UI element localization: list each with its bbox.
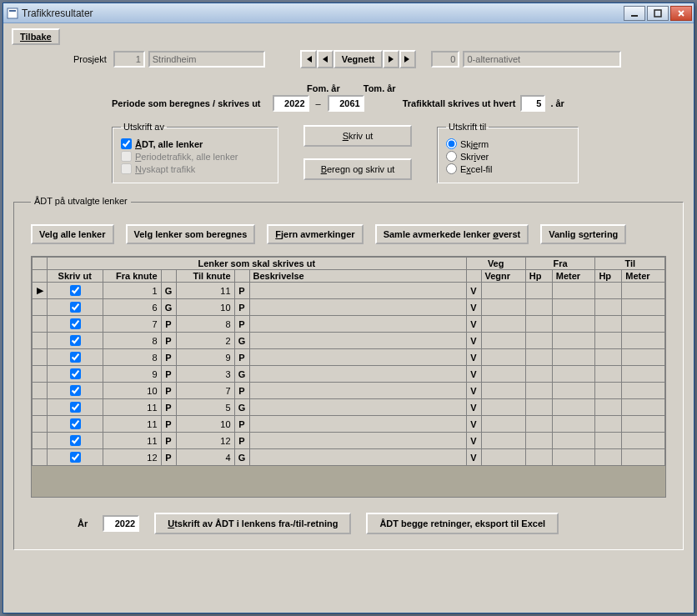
svg-rect-2 — [631, 15, 638, 17]
gather-top-button[interactable]: Samle avmerkede lenker øverst — [375, 224, 529, 244]
select-calc-button[interactable]: Velg lenker som beregnes — [126, 224, 256, 244]
links-grid[interactable]: Lenker som skal skrives ut Veg Fra Til S… — [31, 256, 666, 498]
row-checkbox[interactable] — [70, 285, 81, 296]
table-row[interactable]: ▶1G11PV — [33, 283, 665, 299]
from-year-input[interactable] — [273, 95, 309, 112]
print-to-legend: Utskrift til — [446, 122, 489, 132]
table-row[interactable]: 8P9PV — [33, 349, 665, 366]
grid-group-veg: Veg — [466, 258, 525, 270]
print-of-group: Utskrift av ÅDT, alle lenker Periodetraf… — [112, 122, 278, 183]
col-hp2: Hp — [595, 270, 622, 283]
print-of-adt[interactable]: ÅDT, alle lenker — [121, 138, 269, 149]
every-label-post: . år — [550, 98, 564, 108]
svg-rect-0 — [8, 8, 18, 18]
project-id — [113, 51, 145, 68]
svg-rect-3 — [654, 10, 661, 17]
select-all-button[interactable]: Velg alle lenker — [31, 224, 114, 244]
row-checkbox[interactable] — [70, 335, 81, 346]
print-fra-til-button[interactable]: Utskrift av ÅDT i lenkens fra-/til-retni… — [154, 513, 351, 534]
table-row[interactable]: 11P5GV — [33, 399, 665, 416]
table-row[interactable]: 11P12PV — [33, 433, 665, 449]
print-to-screen[interactable]: Skjerm — [446, 138, 569, 149]
table-row[interactable]: 10P7PV — [33, 383, 665, 399]
table-row[interactable]: 11P10PV — [33, 416, 665, 433]
print-to-excel-radio[interactable] — [446, 163, 457, 174]
nav-label: Vegnett — [333, 50, 384, 68]
print-button[interactable]: Skriv ut — [303, 125, 412, 147]
back-button[interactable]: Tilbake — [12, 28, 60, 45]
nav-prev-button[interactable] — [317, 50, 333, 68]
project-label: Prosjekt — [73, 54, 107, 64]
col-hp1: Hp — [525, 270, 552, 283]
row-checkbox[interactable] — [70, 452, 81, 463]
minimize-button[interactable] — [624, 6, 645, 21]
row-checkbox[interactable] — [70, 418, 81, 429]
every-input[interactable] — [520, 95, 545, 112]
print-to-printer[interactable]: Skriver — [446, 151, 569, 162]
row-checkbox[interactable] — [70, 385, 81, 396]
window-title: Trafikkresultater — [22, 8, 624, 19]
row-checkbox[interactable] — [70, 435, 81, 446]
grid-group-left: Lenker som skal skrives ut — [48, 258, 467, 270]
col-fra: Fra knute — [103, 270, 161, 283]
year-input[interactable] — [103, 515, 139, 532]
print-of-period-checkbox — [121, 151, 132, 162]
alt-id — [431, 51, 459, 68]
row-checkbox[interactable] — [70, 352, 81, 363]
table-row[interactable]: 12P4GV — [33, 449, 665, 466]
print-to-excel[interactable]: Excel-fil — [446, 163, 569, 174]
close-button[interactable] — [670, 6, 692, 21]
every-label-pre: Trafikktall skrives ut hvert — [403, 98, 516, 108]
app-icon — [7, 8, 18, 19]
row-checkbox[interactable] — [70, 402, 81, 413]
table-row[interactable]: 9P3GV — [33, 366, 665, 383]
selection-legend: ÅDT på utvalgte lenker — [31, 196, 131, 206]
col-meter1: Meter — [552, 270, 595, 283]
sort-button[interactable]: Vanlig sortering — [540, 224, 626, 244]
period-dash: – — [316, 98, 321, 108]
grid-group-fra: Fra — [525, 258, 595, 270]
to-year-label: Tom. år — [364, 83, 396, 93]
titlebar: Trafikkresultater — [3, 3, 694, 23]
col-besk: Beskrivelse — [249, 270, 466, 283]
print-of-new-checkbox — [121, 163, 132, 174]
maximize-button[interactable] — [647, 6, 669, 21]
table-row[interactable]: 7P8PV — [33, 316, 665, 333]
alt-name — [463, 51, 621, 68]
from-year-label: Fom. år — [307, 83, 340, 93]
nav-next-button[interactable] — [383, 50, 399, 68]
row-checkbox[interactable] — [70, 302, 81, 313]
nav-last-button[interactable] — [399, 50, 416, 68]
print-both-button[interactable]: ÅDT begge retninger, eksport til Excel — [366, 513, 559, 534]
print-of-period: Periodetrafikk, alle lenker — [121, 151, 269, 162]
print-to-screen-radio[interactable] — [446, 138, 457, 149]
col-meter2: Meter — [622, 270, 665, 283]
project-name — [148, 51, 265, 68]
row-checkbox[interactable] — [70, 318, 81, 329]
row-checkbox[interactable] — [70, 368, 81, 379]
calc-print-button[interactable]: Beregn og skriv ut — [303, 158, 412, 180]
print-to-group: Utskrift til Skjerm Skriver Excel-fil — [437, 122, 579, 183]
print-of-legend: Utskrift av — [121, 122, 167, 132]
selection-group: ÅDT på utvalgte lenker Velg alle lenker … — [13, 202, 684, 550]
table-row[interactable]: 8P2GV — [33, 333, 665, 349]
print-to-printer-radio[interactable] — [446, 151, 457, 162]
period-label: Periode som beregnes / skrives ut — [112, 98, 261, 108]
col-vegnr: Vegnr — [481, 270, 525, 283]
print-of-new: Nyskapt trafikk — [121, 163, 269, 174]
grid-group-til: Til — [595, 258, 665, 270]
svg-rect-1 — [9, 10, 16, 12]
print-of-adt-checkbox[interactable] — [121, 138, 132, 149]
year-label: År — [78, 518, 88, 528]
table-row[interactable]: 6G10PV — [33, 299, 665, 316]
nav-first-button[interactable] — [300, 50, 317, 68]
app-window: Trafikkresultater Tilbake Prosjekt Vegne… — [3, 3, 694, 613]
col-til: Til knute — [176, 270, 234, 283]
to-year-input[interactable] — [328, 95, 364, 112]
col-skriv: Skriv ut — [48, 270, 103, 283]
clear-button[interactable]: Fjern avmerkinger — [267, 224, 363, 244]
